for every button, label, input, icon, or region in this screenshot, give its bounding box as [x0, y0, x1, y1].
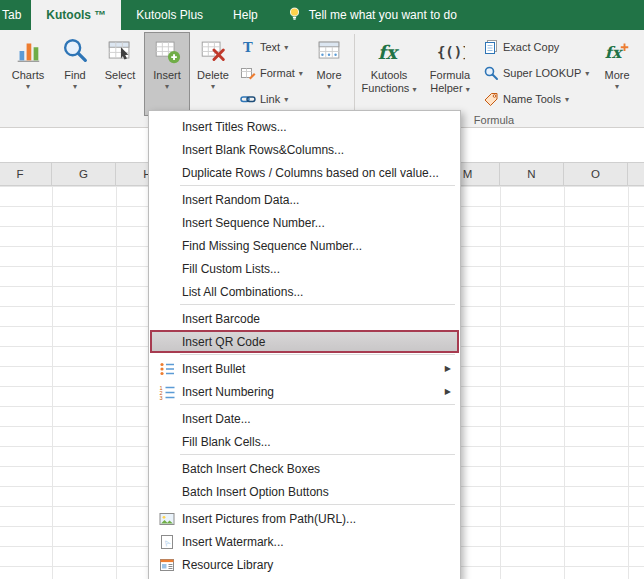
menu-item-label: Resource Library [182, 558, 451, 572]
dropdown-caret-icon: ▾ [284, 43, 288, 52]
menu-item-insert-watermark[interactable]: AInsert Watermark... [150, 530, 459, 553]
submenu-arrow-icon: ▶ [445, 387, 451, 396]
menu-icon-spacer [155, 215, 179, 231]
charts-button[interactable]: Charts ▾ [4, 32, 52, 116]
menu-item-label: Insert Watermark... [182, 535, 451, 549]
exact-copy-button[interactable]: Exact Copy [479, 34, 593, 60]
menu-icon-spacer [155, 238, 179, 254]
menu-item-insert-blank-rows-columns[interactable]: Insert Blank Rows&Columns... [150, 138, 459, 161]
tab-kutools[interactable]: Kutools ™ [31, 0, 121, 30]
menu-item-insert-titles-rows[interactable]: Insert Titles Rows... [150, 115, 459, 138]
column-header-O[interactable]: O [564, 162, 628, 186]
format-button[interactable]: Format ▾ [236, 60, 306, 86]
menu-icon-spacer [155, 192, 179, 208]
charts-label: Charts [12, 69, 44, 82]
menu-item-label: Insert Numbering [182, 385, 439, 399]
more-grid-icon [314, 36, 344, 66]
lightbulb-icon [287, 6, 302, 24]
menu-item-label: Insert Titles Rows... [182, 120, 451, 134]
column-header-F[interactable]: F [0, 162, 52, 186]
menu-item-fill-blank-cells[interactable]: Fill Blank Cells... [150, 430, 459, 453]
dropdown-caret-icon: ▾ [615, 82, 619, 92]
text-button[interactable]: T Text ▾ [236, 34, 306, 60]
kutools-functions-button[interactable]: fx Kutools Functions ▾ [357, 32, 421, 116]
library-icon [155, 557, 179, 573]
menu-item-label: Find Missing Sequence Number... [182, 239, 451, 253]
svg-text:fx: fx [605, 43, 624, 62]
menu-item-insert-barcode[interactable]: Insert Barcode [150, 307, 459, 330]
more-button-left[interactable]: More ▾ [308, 32, 350, 116]
dropdown-caret-icon: ▾ [466, 85, 470, 94]
dropdown-caret-icon: ▾ [73, 82, 77, 92]
menu-item-list-all-combinations[interactable]: List All Combinations... [150, 280, 459, 303]
menu-item-batch-insert-check-boxes[interactable]: Batch Insert Check Boxes [150, 457, 459, 480]
menu-item-label: Insert Pictures from Path(URL)... [182, 512, 451, 526]
menu-item-insert-pictures-from-path-url[interactable]: Insert Pictures from Path(URL)... [150, 507, 459, 530]
select-button[interactable]: Select ▾ [98, 32, 142, 116]
formula-helper-label-1: Formula [430, 69, 470, 82]
menu-item-insert-date[interactable]: Insert Date... [150, 407, 459, 430]
column-header-G[interactable]: G [52, 162, 116, 186]
column-header-N[interactable]: N [500, 162, 564, 186]
find-button[interactable]: Find ▾ [54, 32, 96, 116]
menu-item-batch-insert-option-buttons[interactable]: Batch Insert Option Buttons [150, 480, 459, 503]
menu-item-insert-bullet[interactable]: Insert Bullet▶ [150, 357, 459, 380]
formula-helper-button[interactable]: {()} Formula Helper ▾ [423, 32, 477, 116]
kutools-functions-label-1: Kutools [371, 69, 408, 82]
find-label: Find [64, 69, 85, 82]
menu-separator [180, 354, 455, 355]
tab-kutools-plus[interactable]: Kutools Plus [121, 0, 218, 30]
delete-icon [198, 36, 228, 66]
link-button[interactable]: Link ▾ [236, 86, 306, 112]
tell-me-box[interactable]: Tell me what you want to do [287, 0, 457, 30]
insert-button[interactable]: Insert ▾ [144, 32, 190, 116]
menu-separator [180, 404, 455, 405]
menu-separator [180, 504, 455, 505]
tab-partial-left[interactable]: Tab [0, 0, 31, 30]
name-tools-label: Name Tools [503, 93, 561, 105]
svg-text:fx: fx [378, 41, 400, 63]
submenu-arrow-icon: ▶ [445, 364, 451, 373]
menu-item-label: Duplicate Rows / Columns based on cell v… [182, 166, 451, 180]
menu-item-insert-sequence-number[interactable]: Insert Sequence Number... [150, 211, 459, 234]
super-lookup-button[interactable]: Super LOOKUP ▾ [479, 60, 593, 86]
select-icon [105, 36, 135, 66]
exact-copy-icon [483, 39, 499, 55]
menu-icon-spacer [155, 284, 179, 300]
tab-help[interactable]: Help [218, 0, 273, 30]
menu-item-label: Insert Blank Rows&Columns... [182, 143, 451, 157]
more-button-right[interactable]: fx More ▾ [595, 32, 639, 116]
menu-item-label: Batch Insert Option Buttons [182, 485, 451, 499]
menu-item-duplicate-rows-columns-based-on-cell-value[interactable]: Duplicate Rows / Columns based on cell v… [150, 161, 459, 184]
dropdown-caret-icon: ▾ [585, 69, 589, 78]
dropdown-caret-icon: ▾ [412, 85, 416, 94]
menu-item-fill-custom-lists[interactable]: Fill Custom Lists... [150, 257, 459, 280]
menu-icon-spacer [155, 484, 179, 500]
name-tools-button[interactable]: Name Tools ▾ [479, 86, 593, 112]
menu-item-insert-qr-code[interactable]: Insert QR Code [150, 330, 459, 353]
menu-separator [180, 454, 455, 455]
menu-item-find-missing-sequence-number[interactable]: Find Missing Sequence Number... [150, 234, 459, 257]
delete-button[interactable]: Delete ▾ [192, 32, 234, 116]
format-icon [240, 65, 256, 81]
menu-item-insert-random-data[interactable]: Insert Random Data... [150, 188, 459, 211]
menu-item-label: Insert Bullet [182, 362, 439, 376]
kutools-functions-icon: fx [374, 36, 404, 66]
watermark-icon: A [155, 534, 179, 550]
menu-item-resource-library[interactable]: Resource Library [150, 553, 459, 576]
menu-separator [180, 185, 455, 186]
dropdown-caret-icon: ▾ [327, 82, 331, 92]
svg-text:{()}: {()} [437, 44, 465, 60]
format-label: Format [260, 67, 295, 79]
dropdown-caret-icon: ▾ [565, 95, 569, 104]
svg-text:3: 3 [160, 394, 163, 400]
column-header-partial[interactable] [628, 162, 644, 186]
menu-icon-spacer [155, 142, 179, 158]
tell-me-label: Tell me what you want to do [309, 8, 457, 22]
menu-item-label: Insert Sequence Number... [182, 216, 451, 230]
menu-item-label: Fill Blank Cells... [182, 435, 451, 449]
menu-icon-spacer [155, 165, 179, 181]
menu-item-label: Insert Random Data... [182, 193, 451, 207]
excel-window: Tab Kutools ™ Kutools Plus Help Tell me … [0, 0, 644, 579]
menu-item-insert-numbering[interactable]: 123Insert Numbering▶ [150, 380, 459, 403]
